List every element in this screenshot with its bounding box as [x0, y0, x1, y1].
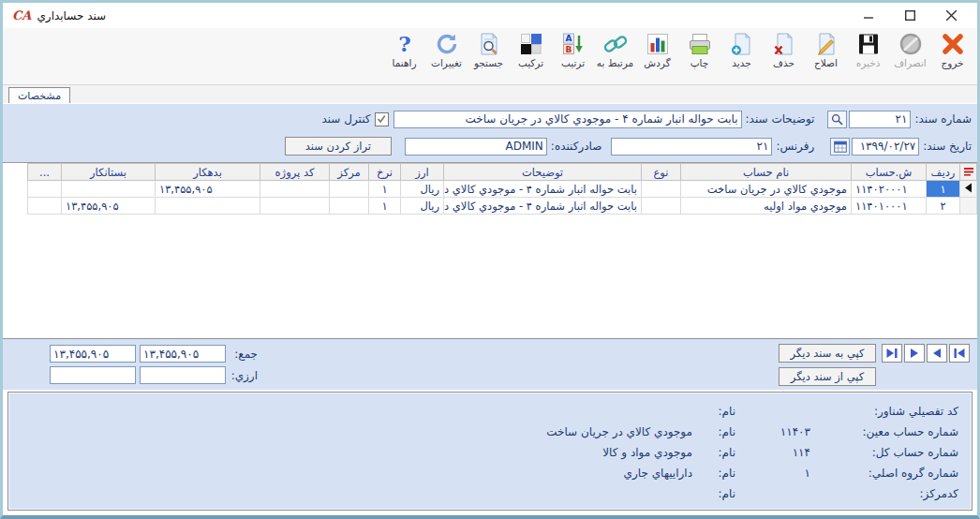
exit-x-icon — [940, 31, 966, 57]
copy-from-document-button[interactable]: كپي از سند ديگر — [779, 367, 876, 386]
calendar-button[interactable] — [830, 138, 850, 156]
printer-icon — [687, 31, 713, 57]
issuer-label: صادركننده: — [551, 140, 602, 153]
entries-grid: رديف ش.حساب نام حساب نوع توضيحات ارز نرخ… — [3, 162, 977, 338]
sum-credit-field — [50, 345, 136, 363]
new-button[interactable]: جديد — [720, 31, 763, 68]
col-header-account-no[interactable]: ش.حساب — [852, 164, 927, 181]
window-title: سند حسابداري — [37, 9, 106, 22]
detail-row-subsidiary-account: شماره حساب معين: ۱۱۴۰۳ نام: موجودي كالاي… — [22, 422, 958, 442]
control-document-label: كنترل سند — [321, 112, 370, 126]
sort-ab-icon: AB — [560, 31, 587, 57]
doc-number-input[interactable] — [849, 111, 911, 128]
issuer-input[interactable] — [405, 138, 547, 156]
currency-sum-label: ارزي: — [226, 369, 258, 382]
reference-label: رفرنس: — [776, 140, 814, 153]
sum-label: جمع: — [226, 348, 258, 361]
sum-debit-field — [140, 345, 226, 363]
nav-prev-button[interactable] — [927, 344, 947, 363]
doc-date-input[interactable] — [852, 138, 919, 156]
col-header-currency[interactable]: ارز — [401, 164, 444, 181]
detail-row-floating-code: كد تفصيلي شناور: نام: — [22, 401, 958, 422]
col-header-row[interactable]: رديف — [927, 164, 960, 181]
nav-next-button[interactable] — [904, 344, 925, 363]
accounting-document-window: CA سند حسابداري ? راهنما تغييرات جستجو ت… — [0, 0, 980, 519]
svg-text:A: A — [565, 34, 572, 43]
app-logo-icon: CA — [12, 8, 31, 22]
col-header-account-name[interactable]: نام حساب — [681, 164, 852, 181]
combine-button[interactable]: تركيب — [510, 31, 552, 68]
related-button[interactable]: مرتبط به — [594, 31, 636, 68]
sums-block: جمع: ارزي: — [46, 344, 258, 385]
detail-row-general-account: شماره حساب كل: ۱۱۴ نام: موجودي مواد و كا… — [22, 442, 958, 463]
save-floppy-icon — [855, 31, 882, 57]
changes-button[interactable]: تغييرات — [425, 31, 468, 68]
table-row[interactable]: ۲ ۱۱۴۰۱۰۰۰۱ موجودي مواد اوليه بابت حواله… — [28, 198, 977, 215]
doc-number-search-button[interactable] — [827, 111, 847, 128]
delete-document-icon — [771, 31, 797, 57]
balance-document-button[interactable]: تراز كردن سند — [285, 137, 392, 156]
cancel-button[interactable]: انصراف — [889, 31, 931, 68]
edit-pencil-icon — [813, 31, 839, 57]
doc-desc-input[interactable] — [393, 111, 742, 128]
col-header-type[interactable]: نوع — [642, 164, 681, 181]
account-details-panel: كد تفصيلي شناور: نام: شماره حساب معين: ۱… — [7, 392, 973, 511]
tab-strip: مشخصات — [3, 85, 977, 103]
detail-row-center-code: كدمركز: نام: — [22, 483, 958, 504]
document-header-form: شماره سند: توضيحات سند: كنترل سند تاريخ … — [3, 103, 977, 162]
nav-first-button[interactable] — [949, 344, 970, 363]
edit-button[interactable]: اصلاح — [805, 31, 847, 68]
delete-button[interactable]: حذف — [763, 31, 805, 68]
col-header-project[interactable]: كد پروژه — [260, 164, 330, 181]
paperclip-link-icon — [602, 31, 629, 57]
detail-row-main-group: شماره گروه اصلي: ۱ نام: داراييهاي جاري — [22, 463, 958, 483]
sort-button[interactable]: AB ترتيب — [552, 31, 594, 68]
search-document-icon — [476, 31, 502, 57]
print-button[interactable]: چاپ — [678, 31, 720, 68]
grid-header-row: رديف ش.حساب نام حساب نوع توضيحات ارز نرخ… — [28, 164, 977, 181]
search-button[interactable]: جستجو — [468, 31, 510, 68]
help-button[interactable]: ? راهنما — [383, 31, 425, 68]
reference-input[interactable] — [611, 138, 772, 156]
squares-icon — [518, 31, 544, 57]
title-bar: CA سند حسابداري — [3, 3, 977, 28]
currency-debit-field — [140, 366, 226, 384]
turnover-button[interactable]: گردش — [636, 31, 678, 68]
col-header-debit[interactable]: بدهكار — [156, 164, 260, 181]
col-header-rate[interactable]: نرخ — [369, 164, 401, 181]
totals-panel: كپي به سند ديگر كپي از سند ديگر جمع: ارز… — [3, 338, 977, 390]
help-icon: ? — [392, 31, 418, 57]
control-document-checkbox[interactable] — [375, 112, 389, 126]
currency-credit-field — [50, 366, 136, 384]
cancel-slash-icon — [898, 31, 924, 57]
svg-text:B: B — [565, 45, 572, 54]
toolbar: ? راهنما تغييرات جستجو تركيب AB ترتيب مر… — [3, 28, 977, 85]
copy-to-document-button[interactable]: كپي به سند ديگر — [779, 344, 876, 363]
refresh-icon — [434, 31, 460, 57]
doc-number-label: شماره سند: — [914, 112, 972, 126]
table-row[interactable]: ۱ ۱۱۴۰۲۰۰۰۱ موجودي كالاي در جريان ساخت ب… — [28, 181, 977, 198]
col-header-credit[interactable]: بستانكار — [62, 164, 156, 181]
doc-date-label: تاريخ سند: — [923, 140, 972, 153]
current-row-indicator-icon — [960, 181, 977, 198]
col-header-description[interactable]: توضيحات — [444, 164, 642, 181]
doc-desc-label: توضيحات سند: — [746, 112, 815, 126]
col-header-more[interactable]: ... — [28, 164, 62, 181]
svg-text:?: ? — [398, 32, 410, 56]
exit-button[interactable]: خروج — [931, 31, 973, 68]
col-header-center[interactable]: مركز — [330, 164, 369, 181]
row-selector-header[interactable] — [960, 164, 977, 181]
new-document-icon — [729, 31, 755, 57]
minimize-button[interactable] — [848, 4, 889, 28]
maximize-button[interactable] — [889, 4, 930, 28]
bar-chart-icon — [645, 31, 671, 57]
nav-last-button[interactable] — [882, 344, 902, 363]
save-button[interactable]: ذخيره — [847, 31, 889, 68]
tab-specifications[interactable]: مشخصات — [8, 87, 70, 103]
close-button[interactable] — [930, 4, 972, 28]
